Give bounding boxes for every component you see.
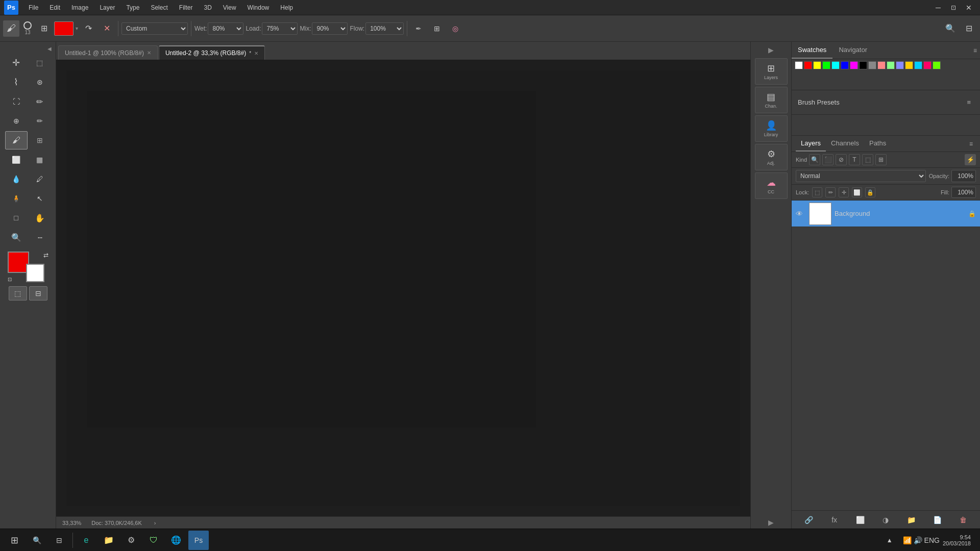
- filter-toggle[interactable]: ⚡: [965, 154, 976, 165]
- workspace-button[interactable]: ⊟: [961, 20, 977, 37]
- swatch-2[interactable]: [804, 61, 812, 69]
- lock-all[interactable]: 🔒: [865, 187, 875, 197]
- search-taskbar-button[interactable]: 🔍: [27, 531, 47, 550]
- smart-object-button[interactable]: ◎: [447, 20, 463, 37]
- filter-smart-icon[interactable]: ⊞: [875, 154, 887, 165]
- swatches-panel-menu[interactable]: ≡: [970, 43, 980, 58]
- clock[interactable]: 9:54 20/03/2018: [943, 534, 971, 546]
- lock-artboard[interactable]: ⬜: [852, 187, 862, 197]
- foreground-color-toolbar[interactable]: [54, 21, 74, 36]
- status-arrow[interactable]: ›: [154, 520, 156, 526]
- crop-tool[interactable]: ⛶: [5, 92, 28, 111]
- channels-mini-btn[interactable]: ▤Chan.: [755, 87, 788, 113]
- eyedropper-tool[interactable]: ✏: [29, 92, 51, 111]
- swatch-11[interactable]: [887, 61, 895, 69]
- tab-layers[interactable]: Layers: [796, 136, 826, 152]
- menu-3d[interactable]: 3D: [199, 2, 216, 13]
- screen-mode[interactable]: ⊟: [29, 286, 47, 300]
- norton-button[interactable]: 🛡: [143, 531, 164, 550]
- path-select-tool[interactable]: ↖: [29, 189, 51, 208]
- menu-image[interactable]: Image: [66, 2, 93, 13]
- menu-window[interactable]: Window: [242, 2, 275, 13]
- layer-visibility-toggle[interactable]: 👁: [796, 210, 806, 218]
- lock-transparent-pixels[interactable]: ⬚: [812, 187, 822, 197]
- clone-stamp-tool[interactable]: ⊞: [29, 131, 51, 149]
- swatch-8[interactable]: [859, 61, 867, 69]
- shape-tool[interactable]: □: [5, 209, 28, 227]
- filter-type-icon[interactable]: T: [849, 154, 860, 165]
- layer-options-button[interactable]: ⊞: [429, 20, 445, 37]
- menu-edit[interactable]: Edit: [44, 2, 65, 13]
- menu-file[interactable]: File: [23, 2, 43, 13]
- tab-1-close[interactable]: ✕: [147, 50, 151, 56]
- show-desktop-button[interactable]: [974, 531, 976, 550]
- swatch-7[interactable]: [850, 61, 858, 69]
- lock-position[interactable]: ✛: [839, 187, 849, 197]
- link-layers-button[interactable]: 🔗: [801, 513, 816, 527]
- show-hidden-icons[interactable]: ▲: [879, 531, 900, 550]
- artboard-tool[interactable]: ⬚: [29, 54, 51, 72]
- move-tool[interactable]: ✛: [5, 54, 28, 72]
- healing-brush-tool[interactable]: ⊕: [5, 112, 28, 130]
- gradient-tool[interactable]: ▦: [29, 151, 51, 169]
- layer-background[interactable]: 👁 Background 🔒: [792, 201, 980, 227]
- layers-panel-menu[interactable]: ≡: [966, 136, 976, 152]
- tab-navigator[interactable]: Navigator: [832, 42, 873, 59]
- quick-mask-mode[interactable]: ⬚: [9, 286, 27, 300]
- swatch-4[interactable]: [822, 61, 830, 69]
- pencil-tool[interactable]: ✏: [29, 112, 51, 130]
- magic-wand-tool[interactable]: ⊛: [29, 73, 51, 91]
- swatch-15[interactable]: [923, 61, 932, 69]
- pen-tool[interactable]: 🖊: [29, 170, 51, 188]
- brush-tool-icon[interactable]: 🖌: [3, 20, 19, 37]
- file-explorer-button[interactable]: 📁: [99, 531, 119, 550]
- blur-tool[interactable]: 💧: [5, 170, 28, 188]
- new-fill-layer-button[interactable]: ◑: [878, 513, 893, 527]
- layers-mini-btn[interactable]: ⊞Layers: [755, 58, 788, 85]
- menu-view[interactable]: View: [218, 2, 241, 13]
- tab-untitled-1[interactable]: Untitled-1 @ 100% (RGB/8#) ✕: [58, 45, 158, 60]
- brush-preset-dropdown[interactable]: Custom: [121, 22, 188, 35]
- canvas-wrapper[interactable]: [56, 60, 750, 516]
- brush-transfer-button[interactable]: ↷: [80, 20, 96, 37]
- canvas-document[interactable]: [87, 91, 536, 428]
- restore-button[interactable]: ⊡: [946, 2, 961, 13]
- swatch-9[interactable]: [868, 61, 876, 69]
- menu-layer[interactable]: Layer: [94, 2, 120, 13]
- volume-icon[interactable]: 🔊: [914, 536, 922, 544]
- swap-colors-icon[interactable]: ⇄: [43, 252, 48, 259]
- delete-layer-button[interactable]: 🗑: [956, 513, 970, 527]
- filter-search-icon[interactable]: 🔍: [809, 154, 820, 165]
- right-panel-collapse-top[interactable]: ▶: [766, 44, 776, 56]
- photoshop-taskbar-button[interactable]: Ps: [188, 531, 209, 550]
- tab-swatches[interactable]: Swatches: [792, 42, 832, 59]
- swatch-10[interactable]: [877, 61, 886, 69]
- fill-input[interactable]: [951, 187, 976, 198]
- swatch-14[interactable]: [914, 61, 922, 69]
- menu-help[interactable]: Help: [275, 2, 298, 13]
- swatch-1[interactable]: [795, 61, 803, 69]
- menu-select[interactable]: Select: [145, 2, 173, 13]
- swatch-16[interactable]: [933, 61, 941, 69]
- add-layer-style-button[interactable]: fx: [827, 513, 842, 527]
- puppet-warp-tool[interactable]: 🧍: [5, 189, 28, 208]
- task-view-button[interactable]: ⊟: [49, 531, 69, 550]
- right-panel-collapse-bot[interactable]: ▶: [766, 516, 776, 529]
- tab-channels[interactable]: Channels: [826, 136, 864, 152]
- brush-options-button[interactable]: ⊞: [36, 20, 52, 37]
- erase-button[interactable]: ✕: [99, 20, 115, 37]
- minimize-button[interactable]: ─: [931, 2, 945, 13]
- color-dropdown-arrow[interactable]: ▾: [76, 26, 78, 31]
- adjustments-mini-btn[interactable]: ⚙Adj.: [755, 144, 788, 170]
- swatch-6[interactable]: [841, 61, 849, 69]
- wet-dropdown[interactable]: 80%: [208, 22, 243, 35]
- tab-untitled-2[interactable]: Untitled-2 @ 33,3% (RGB/8#) * ✕: [159, 45, 265, 60]
- swatch-12[interactable]: [896, 61, 904, 69]
- default-colors-icon[interactable]: ⊡: [8, 277, 12, 282]
- mixer-brush-tool[interactable]: 🖌: [5, 131, 28, 149]
- swatch-13[interactable]: [905, 61, 913, 69]
- close-button[interactable]: ✕: [962, 2, 976, 13]
- menu-type[interactable]: Type: [121, 2, 144, 13]
- filter-pixel-icon[interactable]: ⬛: [822, 154, 834, 165]
- more-tools[interactable]: ···: [29, 228, 51, 246]
